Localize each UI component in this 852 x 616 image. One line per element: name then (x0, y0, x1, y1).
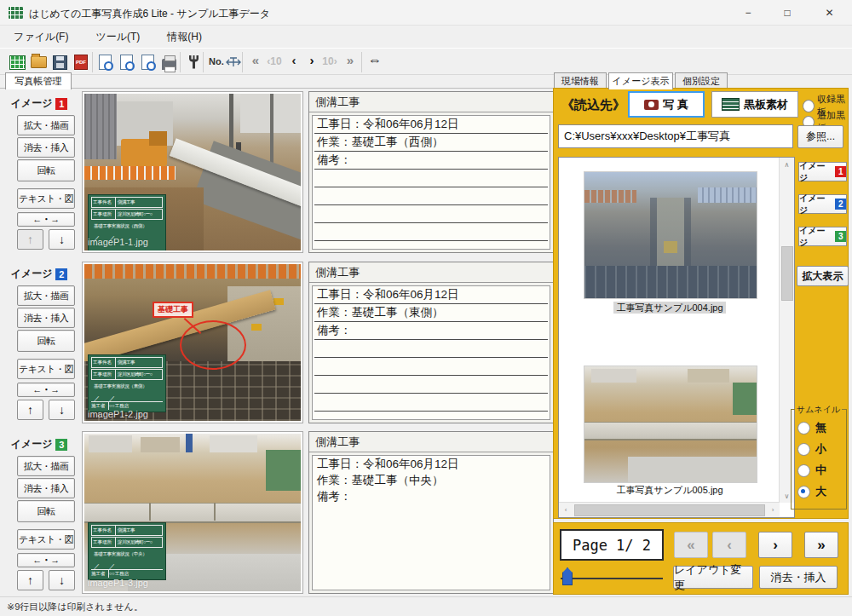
image2-up-button[interactable]: ↑ (17, 400, 43, 420)
open-folder-icon[interactable] (30, 54, 47, 71)
image3-up-button[interactable]: ↑ (17, 570, 43, 590)
entry-1-title[interactable]: 側溝工事 (309, 92, 553, 112)
entry-3-body[interactable]: 工事日：令和06年06月12日 作業：基礎工事（中央） 備考： (312, 455, 550, 590)
tab-image-display[interactable]: イメージ表示 (608, 72, 673, 89)
tab-photo-album[interactable]: 写真帳管理 (5, 72, 72, 89)
insert-width-icon[interactable] (225, 54, 242, 71)
image3-text-figure-button[interactable]: テキスト・図 (17, 529, 75, 550)
scroll-up-icon[interactable]: ∧ (780, 158, 794, 171)
assign-image1-button[interactable]: イメージ 1 (798, 162, 847, 181)
entry-1-date: 工事日：令和06年06月12日 (314, 116, 548, 134)
last-page-button[interactable]: » (804, 532, 838, 558)
entry-3-title[interactable]: 側溝工事 (309, 432, 553, 452)
image1-erase-insert-button[interactable]: 消去・挿入 (17, 137, 75, 158)
minimize-button[interactable]: − (728, 0, 768, 26)
new-document-icon[interactable] (9, 54, 26, 71)
horizontal-scroll-thumb[interactable] (574, 504, 765, 516)
assign-image2-button[interactable]: イメージ 2 (798, 194, 847, 214)
menu-tools[interactable]: ツール(T) (82, 26, 153, 48)
scroll-right-icon[interactable]: › (766, 503, 780, 517)
image3-left-right-button[interactable]: ←・→ (17, 553, 75, 567)
image1-zoom-draw-button[interactable]: 拡大・描画 (17, 115, 75, 135)
menu-info[interactable]: 情報(H) (153, 26, 216, 48)
prev-page-icon[interactable]: ‹ (285, 53, 303, 67)
image3-zoom-draw-button[interactable]: 拡大・描画 (17, 456, 75, 476)
image1-left-right-button[interactable]: ←・→ (17, 212, 75, 227)
source-path-input[interactable]: C:¥Users¥xxx¥Desktop¥工事写真 (558, 124, 793, 148)
image2-left-right-button[interactable]: ←・→ (17, 383, 75, 397)
browse-button[interactable]: 参照... (797, 125, 843, 148)
prev-page-button[interactable]: ‹ (712, 532, 746, 558)
tab-individual-settings[interactable]: 個別設定 (675, 72, 728, 89)
image1-text-figure-button[interactable]: テキスト・図 (17, 188, 75, 209)
scroll-left-icon[interactable]: ‹ (559, 503, 573, 517)
enlarge-view-button[interactable]: 拡大表示 (797, 266, 849, 286)
image3-erase-insert-button[interactable]: 消去・挿入 (17, 478, 75, 498)
thumb-size-large-radio[interactable]: 大 (797, 484, 826, 499)
thumb-size-medium-radio[interactable]: 中 (797, 463, 826, 478)
entry-1-work: 作業：基礎工事（西側） (314, 134, 548, 152)
print-icon[interactable] (160, 54, 177, 71)
close-button[interactable]: ✕ (807, 0, 852, 26)
thumbnail-004[interactable] (584, 171, 757, 299)
photo-1[interactable]: 工事件名側溝工事 工事場所淀川区尼崎町○ー○ 基礎工事実施状況（西側） ／ ／ … (82, 91, 303, 253)
image3-down-button[interactable]: ↓ (49, 570, 75, 590)
change-layout-button[interactable]: レイアウト変更 (673, 566, 753, 589)
image3-group-label: イメージ 3 (3, 437, 75, 452)
thumbnail-005[interactable] (584, 366, 757, 483)
thumbnail-004-caption[interactable]: 工事写真サンプル004.jpg (559, 302, 780, 314)
image2-text-figure-button[interactable]: テキスト・図 (17, 359, 75, 379)
image2-rotate-button[interactable]: 回転 (17, 330, 75, 352)
status-message: ※9行目以降は印刷されません。 (7, 601, 143, 613)
next-page-icon[interactable]: › (302, 53, 321, 67)
photo-2[interactable]: 基礎工事 工事件名側溝工事 工事場所淀川区尼崎町○ー○ 基礎工事実施状況（東側）… (82, 262, 303, 423)
pdf-export-icon[interactable]: PDF (72, 54, 89, 71)
wrench-icon[interactable] (185, 54, 202, 71)
next-page-button[interactable]: › (758, 532, 792, 558)
entry-panel-3: 側溝工事 工事日：令和06年06月12日 作業：基礎工事（中央） 備考： (308, 431, 554, 594)
entry-1-body[interactable]: 工事日：令和06年06月12日 作業：基礎工事（西側） 備考： (312, 115, 550, 250)
image1-up-button[interactable]: ↑ (17, 229, 43, 250)
image1-rotate-button[interactable]: 回転 (17, 159, 75, 181)
print-preview-icon[interactable] (96, 54, 113, 71)
image2-erase-insert-button[interactable]: 消去・挿入 (17, 308, 75, 328)
thumbnail-list[interactable]: 工事写真サンプル004.jpg 工事写真サンプル005.jpg ∧ ∨ ‹ › (558, 157, 795, 518)
tab-site-info[interactable]: 現場情報 (554, 72, 607, 89)
thumbnail-size-legend: サムネイル (795, 404, 842, 416)
print-preview2-icon[interactable] (118, 54, 135, 71)
maximize-button[interactable]: □ (768, 0, 807, 26)
image1-down-button[interactable]: ↓ (49, 229, 75, 250)
photo-2-annotation-label: 基礎工事 (153, 302, 193, 318)
erase-insert-page-button[interactable]: 消去・挿入 (759, 566, 838, 589)
horizontal-scrollbar[interactable]: ‹ › (559, 502, 780, 517)
numbering-icon[interactable]: No. (209, 56, 224, 66)
menu-file[interactable]: ファイル(F) (0, 26, 82, 48)
entry-3-work: 作業：基礎工事（中央） (314, 472, 548, 488)
thumb-size-none-radio[interactable]: 無 (797, 420, 826, 435)
print-preview3-icon[interactable] (139, 54, 156, 71)
assign-image3-button[interactable]: イメージ 3 (798, 227, 847, 246)
entry-2-body[interactable]: 工事日：令和06年06月12日 作業：基礎工事（東側） 備考： (312, 285, 550, 420)
image2-down-button[interactable]: ↓ (49, 400, 75, 420)
save-icon[interactable] (51, 54, 68, 71)
blackboard-source-button[interactable]: 黒板素材 (711, 91, 798, 118)
photo-2-image: 基礎工事 工事件名側溝工事 工事場所淀川区尼崎町○ー○ 基礎工事実施状況（東側）… (84, 264, 301, 421)
photo-3[interactable]: 工事件名側溝工事 工事場所淀川区尼崎町○ー○ 基礎工事実施状況（中央） ／ ／ … (82, 431, 303, 594)
thumbnail-005-caption[interactable]: 工事写真サンプル005.jpg (559, 484, 780, 497)
toolbar-separator (242, 52, 243, 72)
image3-rotate-button[interactable]: 回転 (17, 500, 75, 522)
image2-zoom-draw-button[interactable]: 拡大・描画 (17, 285, 75, 306)
forward-10-pages-icon[interactable]: 10› (320, 55, 339, 67)
fit-width-icon[interactable]: ⇔ (366, 53, 384, 68)
last-page-icon[interactable]: » (341, 53, 360, 67)
entry-2-title[interactable]: 側溝工事 (309, 262, 553, 283)
vertical-scroll-thumb[interactable] (781, 246, 793, 301)
page-slider-track[interactable] (561, 578, 663, 579)
photo-source-button[interactable]: 写 真 (628, 91, 705, 118)
first-page-icon[interactable]: « (246, 53, 265, 67)
page-indicator: Page 1/ 2 (560, 529, 664, 561)
back-10-pages-icon[interactable]: ‹10 (265, 55, 284, 67)
thumb-size-small-radio[interactable]: 小 (797, 441, 826, 457)
menu-bar: ファイル(F) ツール(T) 情報(H) (0, 26, 852, 48)
first-page-button[interactable]: « (674, 532, 708, 558)
